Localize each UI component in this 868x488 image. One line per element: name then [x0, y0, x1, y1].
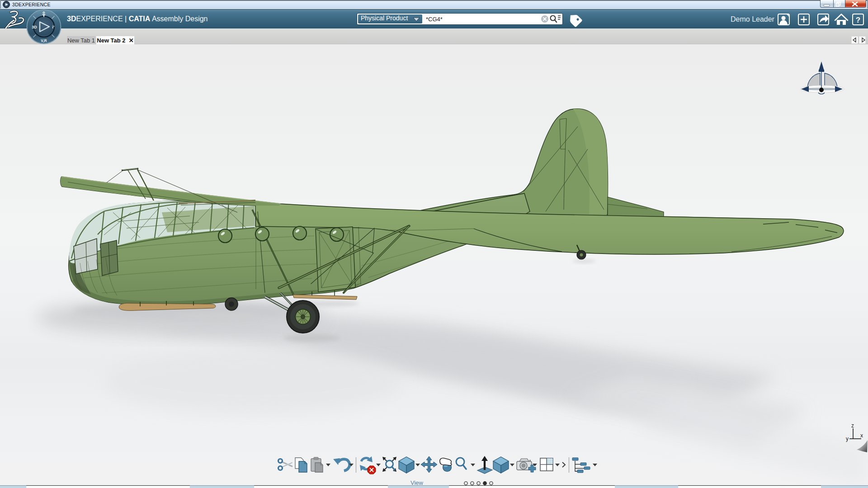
svg-text:iʼ: iʼ [52, 25, 54, 29]
svg-text:z: z [851, 422, 854, 429]
svg-text:y: y [846, 436, 849, 442]
svg-text:3D: 3D [32, 25, 37, 29]
svg-text:x: x [860, 432, 863, 439]
svg-text:V,R: V,R [41, 38, 47, 43]
svg-text:?: ? [856, 16, 860, 24]
svg-text:View: View [410, 479, 424, 486]
